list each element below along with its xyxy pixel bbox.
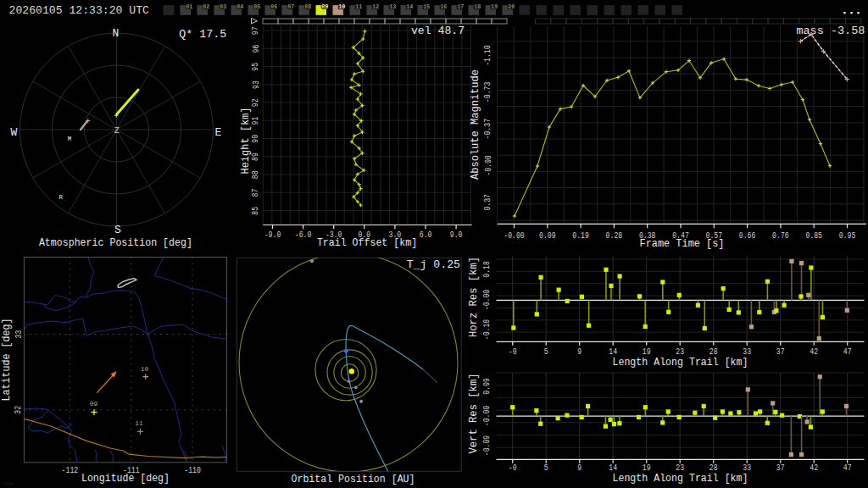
svg-text:-0: -0 (509, 347, 517, 357)
svg-text:Z: Z (114, 126, 120, 136)
svg-text:9.0: 9.0 (450, 230, 463, 240)
svg-text:14: 14 (406, 3, 413, 10)
svg-text:32: 32 (14, 406, 24, 414)
svg-text:90: 90 (252, 135, 261, 143)
svg-text:93: 93 (252, 80, 261, 89)
svg-text:Longitude [deg]: Longitude [deg] (81, 473, 170, 485)
svg-text:-1.10: -1.10 (484, 45, 493, 66)
svg-text:-0.37: -0.37 (484, 119, 493, 140)
svg-text:Horz Res [km]: Horz Res [km] (468, 257, 480, 337)
svg-text:-112: -112 (62, 466, 79, 475)
svg-text:Length Along Trail [km]: Length Along Trail [km] (613, 473, 748, 485)
svg-text:42: 42 (810, 463, 818, 473)
svg-text:10: 10 (338, 3, 345, 10)
svg-text:0.37: 0.37 (484, 194, 493, 211)
svg-text:37: 37 (776, 347, 785, 357)
svg-text:20260105 12:33:20 UTC: 20260105 12:33:20 UTC (9, 4, 150, 17)
svg-text:0.85: 0.85 (805, 231, 822, 241)
svg-text:11: 11 (135, 419, 143, 427)
svg-text:Trail Offset [km]: Trail Offset [km] (317, 237, 417, 249)
svg-text:88: 88 (252, 170, 261, 179)
svg-text:vel 48.7: vel 48.7 (411, 25, 465, 37)
svg-text:37: 37 (776, 463, 785, 473)
svg-text:E: E (215, 126, 222, 139)
svg-text:15: 15 (423, 3, 430, 10)
svg-text:23: 23 (676, 463, 684, 473)
svg-text:18: 18 (474, 3, 481, 10)
svg-text:07: 07 (287, 3, 294, 10)
svg-text:njw: njw (3, 480, 13, 486)
svg-text:Atmospheric Position [deg]: Atmospheric Position [deg] (39, 237, 192, 249)
svg-text:0.19: 0.19 (572, 231, 589, 241)
svg-text:Q* 17.5: Q* 17.5 (179, 28, 226, 41)
svg-text:14: 14 (609, 463, 617, 473)
svg-text:9: 9 (577, 347, 581, 357)
svg-text:09: 09 (321, 3, 328, 10)
svg-text:Length Along Trail [km]: Length Along Trail [km] (613, 357, 748, 369)
svg-text:-0.73: -0.73 (484, 82, 493, 103)
svg-text:Orbital Position [AU]: Orbital Position [AU] (292, 474, 415, 485)
svg-text:95: 95 (252, 63, 261, 71)
svg-text:92: 92 (252, 98, 261, 107)
svg-text:13: 13 (389, 3, 396, 10)
svg-text:23: 23 (676, 347, 684, 357)
svg-text:33: 33 (14, 330, 24, 339)
svg-text:04: 04 (236, 3, 243, 10)
svg-text:89: 89 (252, 152, 261, 161)
svg-text:97: 97 (252, 26, 261, 35)
svg-text:11: 11 (355, 3, 362, 10)
svg-text:-6.0: -6.0 (295, 230, 312, 240)
svg-text:mass -3.58: mass -3.58 (796, 25, 865, 37)
svg-text:0.76: 0.76 (772, 231, 789, 241)
svg-text:N: N (112, 27, 119, 40)
svg-text:-0.00: -0.00 (482, 290, 492, 311)
svg-text:S: S (114, 224, 121, 236)
svg-text:R: R (59, 194, 64, 201)
svg-text:Absolute Magnitude: Absolute Magnitude (470, 69, 481, 180)
svg-text:96: 96 (252, 45, 261, 53)
svg-text:0.66: 0.66 (739, 231, 756, 241)
svg-text:Frame Time [s]: Frame Time [s] (640, 238, 725, 250)
svg-text:85: 85 (252, 207, 261, 215)
svg-text:47: 47 (843, 347, 852, 357)
svg-text:5: 5 (544, 463, 548, 473)
svg-text:0.18: 0.18 (482, 261, 492, 278)
svg-text:19: 19 (491, 3, 498, 10)
svg-text:14: 14 (609, 347, 617, 357)
svg-text:Height [km]: Height [km] (240, 108, 252, 175)
svg-text:06: 06 (270, 3, 277, 10)
svg-text:-0.00: -0.00 (482, 406, 492, 427)
svg-text:Latitude [deg]: Latitude [deg] (1, 319, 13, 402)
svg-text:91: 91 (252, 117, 261, 125)
svg-text:05: 05 (253, 3, 260, 10)
svg-text:0.09: 0.09 (539, 231, 556, 241)
svg-text:9: 9 (577, 463, 581, 473)
svg-text:28: 28 (709, 463, 718, 473)
svg-text:W: W (11, 126, 18, 139)
svg-text:19: 19 (643, 347, 651, 357)
svg-text:12: 12 (372, 3, 379, 10)
svg-text:-0.00: -0.00 (484, 155, 493, 176)
svg-text:-110: -110 (184, 466, 201, 475)
svg-text:47: 47 (843, 463, 852, 473)
svg-text:-0.09: -0.09 (482, 435, 492, 457)
svg-text:M: M (68, 136, 72, 142)
svg-text:17: 17 (457, 3, 464, 10)
svg-text:02: 02 (203, 3, 209, 10)
svg-text:-0: -0 (509, 463, 517, 473)
svg-text:T_j 0.25: T_j 0.25 (407, 258, 460, 271)
svg-text:0.09: 0.09 (482, 378, 492, 395)
svg-text:33: 33 (743, 347, 751, 357)
svg-text:0.95: 0.95 (839, 231, 856, 241)
svg-text:-0.00: -0.00 (504, 231, 525, 241)
svg-text:09: 09 (90, 400, 98, 408)
svg-text:Vert Res [km]: Vert Res [km] (468, 374, 480, 454)
svg-text:0.28: 0.28 (606, 231, 623, 241)
svg-text:10: 10 (141, 365, 149, 373)
svg-text:28: 28 (709, 347, 718, 357)
svg-text:87: 87 (252, 189, 261, 197)
svg-text:-0.18: -0.18 (482, 319, 492, 341)
svg-text:20: 20 (508, 3, 515, 10)
svg-text:03: 03 (220, 3, 226, 10)
svg-text:19: 19 (643, 463, 651, 473)
